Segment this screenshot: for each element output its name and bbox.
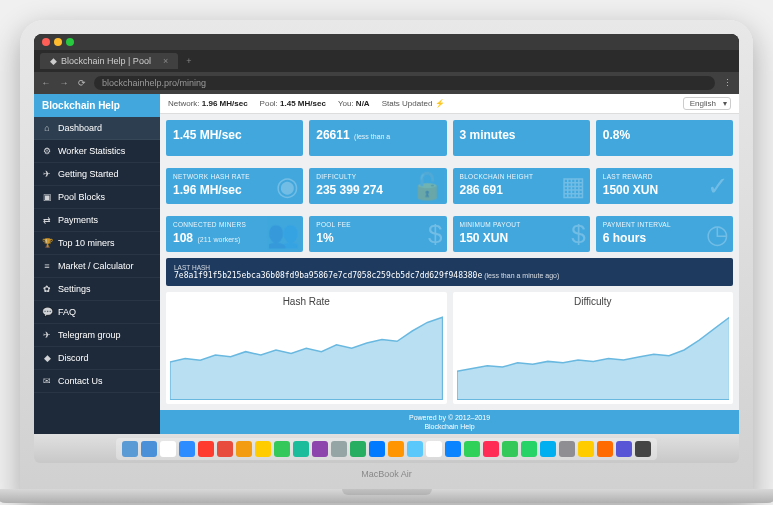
dock-app-icon[interactable]: [141, 441, 157, 457]
dock-app-icon[interactable]: [540, 441, 556, 457]
card-subtext: (211 workers): [197, 236, 240, 243]
dock-app-icon[interactable]: [635, 441, 651, 457]
sidebar-item-payments[interactable]: ⇄Payments: [34, 209, 160, 232]
dock-app-icon[interactable]: [426, 441, 442, 457]
dock-app-icon[interactable]: [407, 441, 423, 457]
chart-title: Difficulty: [457, 296, 730, 307]
language-select[interactable]: English: [683, 97, 731, 110]
sidebar-item-label: Getting Started: [58, 169, 119, 179]
dock-app-icon[interactable]: [483, 441, 499, 457]
sidebar-nav: ⌂Dashboard⚙Worker Statistics✈Getting Sta…: [34, 117, 160, 393]
card-label: POOL FEE: [316, 221, 439, 228]
sidebar-item-label: Discord: [58, 353, 89, 363]
maximize-window-button[interactable]: [66, 38, 74, 46]
browser-toolbar: ← → ⟳ blockchainhelp.pro/mining ⋮: [34, 72, 739, 94]
new-tab-button[interactable]: +: [186, 56, 191, 66]
window-controls: [34, 34, 739, 50]
card-value: 1500 XUN: [603, 183, 658, 197]
laptop-base: [0, 489, 773, 503]
stat-row-1: 1.45 MH/sec26611 (less than a3 minutes0.…: [160, 114, 739, 162]
card-value: 26611: [316, 128, 349, 142]
dock-app-icon[interactable]: [122, 441, 138, 457]
reload-button[interactable]: ⟳: [76, 78, 88, 88]
footer: Powered by © 2012–2019 Blockchain Help: [160, 410, 739, 434]
dock-app-icon[interactable]: [464, 441, 480, 457]
stat-card: 1.45 MH/sec: [166, 120, 303, 156]
card-bg-icon: 👥: [267, 219, 299, 250]
sidebar-item-market-calculator[interactable]: ≡Market / Calculator: [34, 255, 160, 278]
dock-app-icon[interactable]: [274, 441, 290, 457]
you-stat: You: N/A: [338, 99, 370, 108]
sidebar-icon: ⌂: [42, 123, 52, 133]
sidebar-icon: 🏆: [42, 238, 52, 248]
dock-app-icon[interactable]: [217, 441, 233, 457]
sidebar-item-pool-blocks[interactable]: ▣Pool Blocks: [34, 186, 160, 209]
dock-app-icon[interactable]: [255, 441, 271, 457]
card-value: 0.8%: [603, 128, 630, 142]
footer-line1: Powered by © 2012–2019: [163, 413, 736, 422]
sidebar-item-telegram-group[interactable]: ✈Telegram group: [34, 324, 160, 347]
card-value: 3 minutes: [460, 128, 516, 142]
url-input[interactable]: blockchainhelp.pro/mining: [94, 76, 715, 90]
dock-app-icon[interactable]: [160, 441, 176, 457]
dock-app-icon[interactable]: [445, 441, 461, 457]
stat-card: BLOCKCHAIN HEIGHT286 691▦: [453, 168, 590, 204]
close-window-button[interactable]: [42, 38, 50, 46]
dock-app-icon[interactable]: [198, 441, 214, 457]
card-value: 6 hours: [603, 231, 646, 245]
dock-app-icon[interactable]: [616, 441, 632, 457]
dock-app-icon[interactable]: [293, 441, 309, 457]
sidebar-item-worker-statistics[interactable]: ⚙Worker Statistics: [34, 140, 160, 163]
chart-title: Hash Rate: [170, 296, 443, 307]
minimize-window-button[interactable]: [54, 38, 62, 46]
sidebar-item-label: Dashboard: [58, 123, 102, 133]
stat-row-2: NETWORK HASH RATE1.96 MH/sec◉DIFFICULTY2…: [160, 162, 739, 210]
sidebar-item-dashboard[interactable]: ⌂Dashboard: [34, 117, 160, 140]
dock-app-icon[interactable]: [388, 441, 404, 457]
dock-app-icon[interactable]: [502, 441, 518, 457]
dock-app-icon[interactable]: [521, 441, 537, 457]
dock-app-icon[interactable]: [179, 441, 195, 457]
dock-app-icon[interactable]: [350, 441, 366, 457]
sidebar-item-contact-us[interactable]: ✉Contact Us: [34, 370, 160, 393]
stat-card: POOL FEE1%$: [309, 216, 446, 252]
card-value: 1%: [316, 231, 333, 245]
sidebar-icon: ✉: [42, 376, 52, 386]
forward-button[interactable]: →: [58, 78, 70, 88]
stat-card: LAST REWARD1500 XUN✓: [596, 168, 733, 204]
difficulty-chart: Difficulty: [453, 292, 734, 404]
sidebar-icon: 💬: [42, 307, 52, 317]
tab-title: Blockchain Help | Pool: [61, 56, 151, 66]
sidebar-item-top-10-miners[interactable]: 🏆Top 10 miners: [34, 232, 160, 255]
back-button[interactable]: ←: [40, 78, 52, 88]
sidebar-item-label: Settings: [58, 284, 91, 294]
macos-dock-area: [34, 434, 739, 463]
stat-card: PAYMENT INTERVAL6 hours◷: [596, 216, 733, 252]
laptop-model-label: MacBook Air: [34, 463, 739, 489]
sidebar-item-discord[interactable]: ◆Discord: [34, 347, 160, 370]
card-value: 1.96 MH/sec: [173, 183, 242, 197]
card-bg-icon: $: [428, 219, 442, 250]
close-tab-icon[interactable]: ×: [163, 56, 168, 66]
browser-menu-icon[interactable]: ⋮: [721, 78, 733, 88]
sidebar-item-settings[interactable]: ✿Settings: [34, 278, 160, 301]
stats-updated: Stats Updated ⚡: [382, 99, 445, 108]
sidebar: Blockchain Help ⌂Dashboard⚙Worker Statis…: [34, 94, 160, 434]
sidebar-item-getting-started[interactable]: ✈Getting Started: [34, 163, 160, 186]
last-hash-panel: LAST HASH 7e8a1f91f5b215ebca36b08fd9ba95…: [166, 258, 733, 286]
dock-app-icon[interactable]: [331, 441, 347, 457]
dock-app-icon[interactable]: [312, 441, 328, 457]
brand-title: Blockchain Help: [34, 94, 160, 117]
sidebar-icon: ◆: [42, 353, 52, 363]
card-bg-icon: ◷: [706, 219, 729, 250]
dock-app-icon[interactable]: [559, 441, 575, 457]
dock-app-icon[interactable]: [578, 441, 594, 457]
card-bg-icon: ✓: [707, 171, 729, 202]
dock-app-icon[interactable]: [597, 441, 613, 457]
sidebar-icon: ⚙: [42, 146, 52, 156]
browser-tab[interactable]: ◆ Blockchain Help | Pool ×: [40, 53, 178, 69]
sidebar-item-faq[interactable]: 💬FAQ: [34, 301, 160, 324]
dock-app-icon[interactable]: [236, 441, 252, 457]
dock-app-icon[interactable]: [369, 441, 385, 457]
card-label: MINIMUM PAYOUT: [460, 221, 583, 228]
